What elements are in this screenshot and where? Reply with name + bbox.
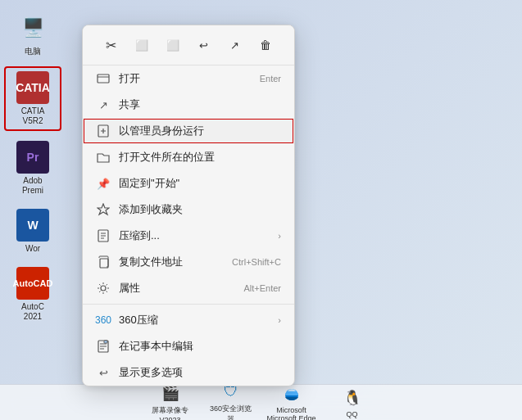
copy-path-shortcut: Ctrl+Shift+C xyxy=(232,257,281,267)
notepad-icon xyxy=(96,339,111,354)
context-menu: ✂ ⬜ ⬜ ↩ ↗ 🗑 打开 Enter ↗ 共享 以管理员身份运行 xyxy=(82,25,295,386)
copy-path-label: 复制文件地址 xyxy=(119,255,224,269)
add-favorites-icon xyxy=(96,202,111,217)
compress-icon xyxy=(96,228,111,243)
properties-label: 属性 xyxy=(119,281,235,296)
copy-tool-button[interactable]: ⬜ xyxy=(129,32,155,58)
more-options-label: 显示更多选项 xyxy=(119,365,281,380)
menu-item-run-as-admin[interactable]: 以管理员身份运行 xyxy=(83,118,294,144)
copy-path-icon xyxy=(96,255,111,269)
pin-start-label: 固定到"开始" xyxy=(119,176,281,191)
menu-item-open[interactable]: 打开 Enter xyxy=(83,65,294,92)
svg-rect-0 xyxy=(98,75,109,83)
run-as-admin-label: 以管理员身份运行 xyxy=(119,124,281,138)
edge-label: MicrosoftMicrosoft Edge xyxy=(266,406,315,420)
menu-item-pin-start[interactable]: 📌 固定到"开始" xyxy=(83,170,294,196)
360-compress-label: 360压缩 xyxy=(119,313,270,327)
share-label: 共享 xyxy=(119,97,281,112)
word-icon: W xyxy=(16,209,49,242)
shortcut-tool-button[interactable]: ↩ xyxy=(191,32,217,58)
compress-arrow: › xyxy=(278,231,281,241)
more-options-icon: ↩ xyxy=(96,365,111,380)
360safe-label: 360安全浏览器 xyxy=(210,404,252,420)
desktop: 🖥️ 电脑 CATIA CATIAV5R2 Pr AdobPremi W Wor… xyxy=(0,0,522,420)
menu-item-notepad[interactable]: 在记事本中编辑 xyxy=(83,333,294,359)
qq-label: QQ xyxy=(346,410,357,418)
context-toolbar: ✂ ⬜ ⬜ ↩ ↗ 🗑 xyxy=(83,25,294,65)
menu-item-360-compress[interactable]: 360 360压缩 › xyxy=(83,307,294,333)
catia-icon: CATIA xyxy=(16,71,49,104)
properties-icon xyxy=(96,281,111,296)
premiere-icon-label: AdobPremi xyxy=(22,176,43,196)
desktop-icon-premiere[interactable]: Pr AdobPremi xyxy=(4,138,61,199)
context-menu-divider xyxy=(83,304,294,305)
svg-rect-7 xyxy=(104,341,107,343)
menu-item-more-options[interactable]: ↩ 显示更多选项 xyxy=(83,359,294,386)
desktop-icon-word[interactable]: W Wor xyxy=(4,205,61,257)
menu-item-properties[interactable]: 属性 Alt+Enter xyxy=(83,275,294,301)
open-label: 打开 xyxy=(119,71,252,86)
delete-tool-button[interactable]: 🗑 xyxy=(252,32,279,58)
desktop-icon-catia[interactable]: CATIA CATIAV5R2 xyxy=(4,66,61,131)
desktop-icon-autocad[interactable]: AutoCAD AutoC2021 xyxy=(4,264,61,325)
pin-start-icon: 📌 xyxy=(96,176,111,191)
computer-icon: 🖥️ xyxy=(16,11,49,44)
open-shortcut: Enter xyxy=(260,74,281,84)
svg-rect-4 xyxy=(100,259,108,268)
menu-item-share[interactable]: ↗ 共享 xyxy=(83,92,294,118)
autocad-icon-label: AutoC2021 xyxy=(21,302,44,322)
add-favorites-label: 添加到收藏夹 xyxy=(119,202,281,217)
desktop-icons-area: 🖥️ 电脑 CATIA CATIAV5R2 Pr AdobPremi W Wor… xyxy=(0,0,66,333)
menu-item-compress[interactable]: 压缩到... › xyxy=(83,223,294,249)
catia-icon-label: CATIAV5R2 xyxy=(21,106,45,126)
svg-marker-2 xyxy=(98,204,109,215)
qq-icon: 🐧 xyxy=(341,386,364,409)
taskbar-item-qq[interactable]: 🐧 QQ xyxy=(324,383,381,420)
open-location-label: 打开文件所在的位置 xyxy=(119,150,281,165)
autocad-icon: AutoCAD xyxy=(16,267,49,300)
open-location-icon xyxy=(96,150,111,165)
360-compress-arrow: › xyxy=(278,315,281,325)
open-icon xyxy=(96,71,111,86)
share-tool-button[interactable]: ↗ xyxy=(221,32,247,58)
svg-point-5 xyxy=(101,286,106,291)
word-icon-label: Wor xyxy=(25,244,40,254)
computer-icon-label: 电脑 xyxy=(25,47,41,56)
menu-item-open-location[interactable]: 打开文件所在的位置 xyxy=(83,144,294,170)
desktop-icon-computer[interactable]: 🖥️ 电脑 xyxy=(4,8,61,60)
paste-tool-button[interactable]: ⬜ xyxy=(160,32,186,58)
share-icon: ↗ xyxy=(96,97,111,112)
properties-shortcut: Alt+Enter xyxy=(243,283,281,293)
menu-item-add-favorites[interactable]: 添加到收藏夹 xyxy=(83,196,294,223)
run-as-admin-icon xyxy=(96,124,111,138)
notepad-label: 在记事本中编辑 xyxy=(119,339,281,354)
360-compress-icon: 360 xyxy=(96,313,111,327)
meirilu-label: 屏幕录像专V2023 xyxy=(152,405,188,421)
menu-item-copy-path[interactable]: 复制文件地址 Ctrl+Shift+C xyxy=(83,249,294,275)
compress-label: 压缩到... xyxy=(119,228,270,243)
premiere-icon: Pr xyxy=(16,141,49,174)
cut-tool-button[interactable]: ✂ xyxy=(98,32,125,58)
taskbar: 🎬 屏幕录像专V2023 🛡 360安全浏览器 MicrosoftMicroso… xyxy=(0,384,522,420)
